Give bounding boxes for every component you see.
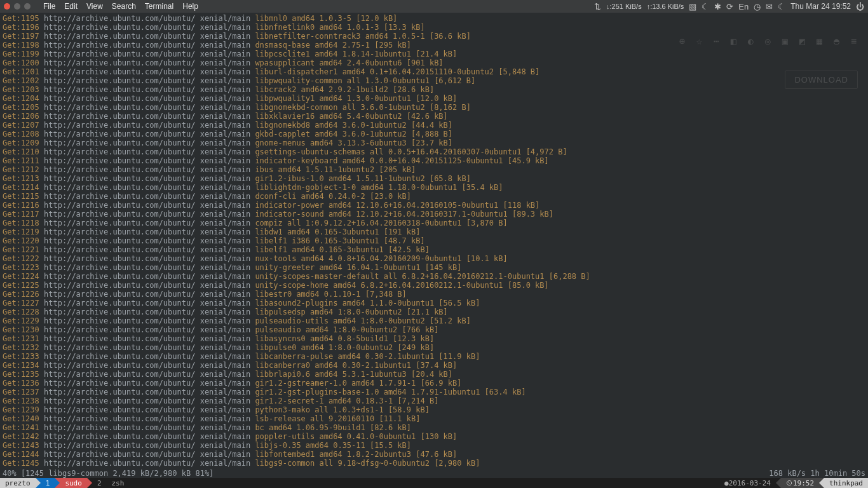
apt-get-line: Get:1202 http://archive.ubuntu.com/ubunt…: [3, 76, 865, 85]
apt-get-line: Get:1209 http://archive.ubuntu.com/ubunt…: [3, 139, 865, 147]
apt-get-line: Get:1197 http://archive.ubuntu.com/ubunt…: [3, 32, 865, 41]
progress-right: 168 kB/s 1h 10min 50s: [769, 469, 865, 478]
tray-icon-4[interactable]: ⟳: [726, 2, 733, 11]
apt-get-line: Get:1201 http://archive.ubuntu.com/ubunt…: [3, 67, 865, 76]
apt-get-line: Get:1208 http://archive.ubuntu.com/ubunt…: [3, 130, 865, 139]
menubar: File Edit View Search Terminal Help ⇅ ↓:…: [0, 0, 868, 13]
tray-icon-3[interactable]: ✱: [714, 2, 721, 11]
apt-get-line: Get:1241 http://archive.ubuntu.com/ubunt…: [3, 423, 865, 432]
apt-get-line: Get:1210 http://archive.ubuntu.com/ubunt…: [3, 147, 865, 156]
apt-get-line: Get:1219 http://archive.ubuntu.com/ubunt…: [3, 227, 865, 236]
window-close-icon[interactable]: [4, 3, 10, 10]
apt-get-line: Get:1214 http://archive.ubuntu.com/ubunt…: [3, 183, 865, 192]
apt-get-line: Get:1238 http://archive.ubuntu.com/ubunt…: [3, 396, 865, 405]
window-minimize-icon[interactable]: [14, 3, 20, 10]
menu-terminal[interactable]: Terminal: [145, 2, 173, 11]
net-up: ↑:13.6 KiB/s: [647, 3, 684, 10]
arrow-icon: [87, 478, 92, 488]
apt-get-line: Get:1195 http://archive.ubuntu.com/ubunt…: [3, 14, 865, 23]
apt-get-line: Get:1233 http://archive.ubuntu.com/ubunt…: [3, 352, 865, 361]
seg-prezto: prezto: [0, 478, 36, 488]
apt-get-line: Get:1206 http://archive.ubuntu.com/ubunt…: [3, 112, 865, 121]
menu-file[interactable]: File: [43, 2, 55, 11]
mail-icon[interactable]: ✉: [766, 2, 773, 11]
seg-zsh[interactable]: zsh: [107, 478, 130, 488]
clock-text[interactable]: Thu Mar 24 19:52: [790, 2, 851, 11]
arrow-left-icon: [819, 478, 824, 488]
arrow-icon: [36, 478, 41, 488]
menu-help[interactable]: Help: [182, 2, 198, 11]
apt-get-line: Get:1198 http://archive.ubuntu.com/ubunt…: [3, 41, 865, 50]
progress-left: 40% [1245 libgs9-common 2,419 kB/2,980 k…: [3, 469, 214, 478]
apt-get-line: Get:1204 http://archive.ubuntu.com/ubunt…: [3, 94, 865, 103]
apt-get-line: Get:1218 http://archive.ubuntu.com/ubunt…: [3, 219, 865, 227]
seg-time: ⏲ 19:52: [781, 478, 819, 488]
menu-search[interactable]: Search: [112, 2, 136, 11]
apt-get-line: Get:1240 http://archive.ubuntu.com/ubunt…: [3, 414, 865, 423]
apt-get-line: Get:1207 http://archive.ubuntu.com/ubunt…: [3, 121, 865, 130]
system-tray: ⇅ ↓:251 KiB/s ↑:13.6 KiB/s ▧ ☾ ✱ ⟳ En ◷ …: [594, 2, 864, 11]
menu-edit[interactable]: Edit: [64, 2, 78, 11]
net-updown-icon: ⇅: [594, 2, 601, 11]
apt-get-line: Get:1196 http://archive.ubuntu.com/ubunt…: [3, 23, 865, 32]
apt-get-line: Get:1216 http://archive.ubuntu.com/ubunt…: [3, 201, 865, 210]
net-down: ↓:251 KiB/s: [606, 3, 642, 10]
apt-get-line: Get:1217 http://archive.ubuntu.com/ubunt…: [3, 210, 865, 219]
apt-get-line: Get:1200 http://archive.ubuntu.com/ubunt…: [3, 58, 865, 67]
apt-get-line: Get:1227 http://archive.ubuntu.com/ubunt…: [3, 299, 865, 308]
apt-get-line: Get:1237 http://archive.ubuntu.com/ubunt…: [3, 388, 865, 396]
apt-get-line: Get:1232 http://archive.ubuntu.com/ubunt…: [3, 343, 865, 352]
apt-get-line: Get:1235 http://archive.ubuntu.com/ubunt…: [3, 370, 865, 379]
apt-get-line: Get:1242 http://archive.ubuntu.com/ubunt…: [3, 432, 865, 441]
apt-get-line: Get:1203 http://archive.ubuntu.com/ubunt…: [3, 85, 865, 94]
window-maximize-icon[interactable]: [24, 3, 31, 10]
apt-get-line: Get:1212 http://archive.ubuntu.com/ubunt…: [3, 165, 865, 174]
keyboard-layout[interactable]: En: [738, 2, 749, 11]
apt-get-line: Get:1220 http://archive.ubuntu.com/ubunt…: [3, 236, 865, 245]
apt-get-line: Get:1226 http://archive.ubuntu.com/ubunt…: [3, 290, 865, 299]
tray-icon-2[interactable]: ☾: [702, 2, 709, 11]
apt-get-line: Get:1223 http://archive.ubuntu.com/ubunt…: [3, 263, 865, 272]
apt-get-line: Get:1243 http://archive.ubuntu.com/ubunt…: [3, 441, 865, 450]
apt-get-line: Get:1228 http://archive.ubuntu.com/ubunt…: [3, 308, 865, 316]
apt-get-line: Get:1229 http://archive.ubuntu.com/ubunt…: [3, 316, 865, 325]
menu-items: File Edit View Search Terminal Help: [43, 2, 198, 11]
seg-window-1[interactable]: 1: [41, 478, 55, 488]
apt-get-line: Get:1215 http://archive.ubuntu.com/ubunt…: [3, 192, 865, 201]
apt-get-line: Get:1221 http://archive.ubuntu.com/ubunt…: [3, 245, 865, 254]
statusbar: prezto 1 sudo 2 zsh ● 2016-03-24 ⏲ 19:52…: [0, 478, 868, 488]
clock-icon[interactable]: ◷: [754, 2, 761, 11]
menu-view[interactable]: View: [86, 2, 103, 11]
apt-get-line: Get:1245 http://archive.ubuntu.com/ubunt…: [3, 459, 865, 468]
apt-get-line: Get:1222 http://archive.ubuntu.com/ubunt…: [3, 254, 865, 263]
apt-get-line: Get:1230 http://archive.ubuntu.com/ubunt…: [3, 325, 865, 334]
moon-icon[interactable]: ☾: [778, 2, 785, 11]
apt-progress-line: 40% [1245 libgs9-common 2,419 kB/2,980 k…: [3, 469, 865, 478]
apt-get-line: Get:1244 http://archive.ubuntu.com/ubunt…: [3, 450, 865, 459]
seg-window-2[interactable]: 2: [92, 478, 107, 488]
apt-get-line: Get:1231 http://archive.ubuntu.com/ubunt…: [3, 334, 865, 343]
apt-get-line: Get:1236 http://archive.ubuntu.com/ubunt…: [3, 379, 865, 388]
apt-get-line: Get:1239 http://archive.ubuntu.com/ubunt…: [3, 405, 865, 414]
apt-get-line: Get:1225 http://archive.ubuntu.com/ubunt…: [3, 281, 865, 290]
apt-get-line: Get:1224 http://archive.ubuntu.com/ubunt…: [3, 272, 865, 281]
apt-get-line: Get:1205 http://archive.ubuntu.com/ubunt…: [3, 103, 865, 112]
arrow-icon: [55, 478, 60, 488]
seg-host: thinkpad: [824, 478, 868, 488]
power-icon[interactable]: ⏻: [856, 2, 864, 11]
apt-get-line: Get:1213 http://archive.ubuntu.com/ubunt…: [3, 174, 865, 183]
seg-sudo[interactable]: sudo: [60, 478, 87, 488]
arrow-left-icon: [776, 478, 781, 488]
apt-get-line: Get:1199 http://archive.ubuntu.com/ubunt…: [3, 50, 865, 58]
seg-date: ● 2016-03-24: [719, 478, 776, 488]
tray-icon-1[interactable]: ▧: [689, 2, 696, 11]
apt-get-line: Get:1211 http://archive.ubuntu.com/ubunt…: [3, 156, 865, 165]
terminal-output[interactable]: Get:1195 http://archive.ubuntu.com/ubunt…: [0, 13, 868, 488]
apt-get-line: Get:1234 http://archive.ubuntu.com/ubunt…: [3, 361, 865, 370]
